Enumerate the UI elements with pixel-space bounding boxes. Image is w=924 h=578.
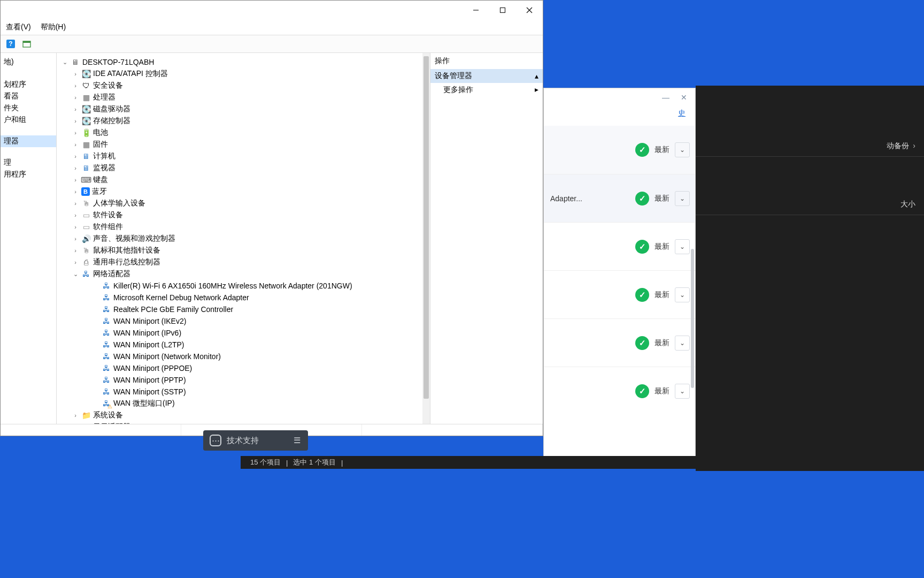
explorer-header-row[interactable]: 动备份 › xyxy=(696,136,924,157)
expand-icon[interactable]: › xyxy=(72,224,79,230)
expand-icon[interactable]: › xyxy=(72,130,79,136)
toolbar: ? xyxy=(1,35,543,53)
driver-dropdown[interactable]: ⌄ xyxy=(675,287,690,302)
expand-icon[interactable]: › xyxy=(72,412,79,419)
device-category[interactable]: ›🛡安全设备 xyxy=(72,80,422,92)
category-network-adapters[interactable]: ⌄ 🖧 网络适配器 xyxy=(72,268,422,280)
device-category[interactable]: ›💽存储控制器 xyxy=(72,115,422,127)
driver-row[interactable]: ✓最新⌄ xyxy=(544,270,695,318)
network-adapter-item[interactable]: 🖧WAN Miniport (PPTP) xyxy=(82,374,422,386)
actions-section-label: 设备管理器 xyxy=(435,71,472,81)
expand-icon[interactable]: › xyxy=(72,141,79,148)
expand-icon[interactable]: › xyxy=(72,165,79,171)
network-adapter-item[interactable]: 🖧WAN Miniport (IPv6) xyxy=(82,327,422,339)
more-actions[interactable]: 更多操作 ▸ xyxy=(430,83,543,97)
collapse-icon[interactable]: ⌄ xyxy=(72,271,79,278)
driver-dropdown[interactable]: ⌄ xyxy=(675,239,690,254)
status-ok-icon: ✓ xyxy=(635,192,649,206)
left-nav-item[interactable]: 划程序 xyxy=(1,79,56,90)
device-category[interactable]: ›⌨键盘 xyxy=(72,174,422,186)
driver-row[interactable]: ✓最新⌄ xyxy=(544,126,695,174)
expand-icon[interactable]: › xyxy=(72,235,79,242)
device-tree[interactable]: ⌄ 🖥 DESKTOP-71LQABH ›💽IDE ATA/ATAPI 控制器›… xyxy=(57,53,422,424)
driver-row[interactable]: Adapter...✓最新⌄ xyxy=(544,174,695,222)
size-column[interactable]: 大小 xyxy=(900,200,915,209)
device-category[interactable]: ›🖱鼠标和其他指针设备 xyxy=(72,245,422,256)
network-adapter-item[interactable]: 🖧Realtek PCIe GbE Family Controller xyxy=(82,303,422,315)
maximize-button[interactable] xyxy=(489,1,516,20)
network-adapter-item[interactable]: 🖧Killer(R) Wi-Fi 6 AX1650i 160MHz Wirele… xyxy=(82,280,422,292)
close-button[interactable]: ✕ xyxy=(676,89,692,105)
device-category[interactable]: ›💽IDE ATA/ATAPI 控制器 xyxy=(72,68,422,80)
show-hidden-icon[interactable] xyxy=(20,37,34,51)
left-nav-item[interactable]: 户和组 xyxy=(1,114,56,126)
explorer-column-header[interactable]: 大小 xyxy=(696,194,924,215)
expand-icon[interactable]: › xyxy=(72,94,79,101)
tech-support-button[interactable]: ⋯ 技术支持 ☰ xyxy=(203,430,308,451)
expand-icon[interactable]: › xyxy=(72,177,79,183)
expand-icon[interactable]: › xyxy=(72,153,79,159)
left-nav-item[interactable]: 用程序 xyxy=(1,169,56,180)
device-category[interactable]: ›🖥显示适配器 xyxy=(72,421,422,424)
network-adapter-item[interactable]: 🖧WAN Miniport (IKEv2) xyxy=(82,315,422,327)
device-category[interactable]: ›🔊声音、视频和游戏控制器 xyxy=(72,233,422,245)
expand-icon[interactable]: › xyxy=(72,212,79,218)
left-nav[interactable]: 地) 划程序 看器 件夹 户和组 理器 理 用程序 xyxy=(1,53,57,424)
expand-icon[interactable]: › xyxy=(72,247,79,254)
driver-list-scrollbar[interactable] xyxy=(691,249,694,388)
network-adapter-item[interactable]: 🖧WAN Miniport (SSTP) xyxy=(82,386,422,398)
actions-section[interactable]: 设备管理器 ▴ xyxy=(430,69,543,83)
device-category[interactable]: ›🖥监视器 xyxy=(72,162,422,174)
menu-help[interactable]: 帮助(H) xyxy=(41,22,66,32)
driver-dropdown[interactable]: ⌄ xyxy=(675,142,690,157)
expand-icon[interactable]: › xyxy=(72,118,79,124)
network-adapter-item-warning[interactable]: 🖧WAN 微型端口(IP) xyxy=(82,398,422,409)
device-category[interactable]: ›🖱人体学输入设备 xyxy=(72,197,422,209)
expand-icon[interactable]: › xyxy=(72,82,79,89)
history-link[interactable]: 史 xyxy=(544,109,695,118)
network-adapter-item[interactable]: 🖧Microsoft Kernel Debug Network Adapter xyxy=(82,292,422,303)
device-category[interactable]: ›🔋电池 xyxy=(72,127,422,139)
driver-row[interactable]: ✓最新⌄ xyxy=(544,318,695,367)
menu-icon[interactable]: ☰ xyxy=(294,436,302,445)
driver-dropdown[interactable]: ⌄ xyxy=(675,191,690,206)
menu-view[interactable]: 查看(V) xyxy=(6,22,31,32)
collapse-icon[interactable]: ⌄ xyxy=(61,59,68,66)
device-category[interactable]: ›▦处理器 xyxy=(72,92,422,103)
driver-dropdown[interactable]: ⌄ xyxy=(675,384,690,399)
expand-icon[interactable]: › xyxy=(72,188,79,195)
device-category[interactable]: ›⎙通用串行总线控制器 xyxy=(72,256,422,268)
device-category[interactable]: ›📁系统设备 xyxy=(72,409,422,421)
tree-scrollbar[interactable] xyxy=(422,53,430,424)
device-category[interactable]: ›B蓝牙 xyxy=(72,186,422,197)
expand-icon[interactable]: › xyxy=(72,259,79,265)
tree-root[interactable]: ⌄ 🖥 DESKTOP-71LQABH xyxy=(61,56,422,68)
left-nav-item[interactable]: 件夹 xyxy=(1,102,56,114)
expand-icon[interactable]: › xyxy=(72,71,79,77)
device-category[interactable]: ›▭软件设备 xyxy=(72,209,422,221)
driver-dropdown[interactable]: ⌄ xyxy=(675,336,690,351)
network-adapter-item[interactable]: 🖧WAN Miniport (Network Monitor) xyxy=(82,351,422,362)
svg-rect-1 xyxy=(500,8,505,13)
left-nav-item[interactable]: 理 xyxy=(1,157,56,169)
driver-list[interactable]: ✓最新⌄Adapter...✓最新⌄✓最新⌄✓最新⌄✓最新⌄✓最新⌄ xyxy=(544,126,695,462)
device-category[interactable]: ›▭软件组件 xyxy=(72,221,422,233)
left-nav-root[interactable]: 地) xyxy=(1,56,56,68)
minimize-button[interactable]: — xyxy=(658,89,674,105)
expand-icon[interactable]: › xyxy=(72,200,79,207)
expand-icon[interactable]: › xyxy=(72,106,79,112)
left-nav-selected[interactable]: 理器 xyxy=(1,135,56,147)
driver-row[interactable]: ✓最新⌄ xyxy=(544,367,695,415)
scrollbar-thumb[interactable] xyxy=(424,56,429,399)
driver-row[interactable]: ✓最新⌄ xyxy=(544,222,695,270)
network-adapter-item[interactable]: 🖧WAN Miniport (L2TP) xyxy=(82,339,422,351)
device-category[interactable]: ›🖥计算机 xyxy=(72,150,422,162)
close-button[interactable] xyxy=(516,1,543,20)
device-category[interactable]: ›▦固件 xyxy=(72,139,422,150)
minimize-button[interactable] xyxy=(463,1,489,20)
left-nav-item[interactable]: 看器 xyxy=(1,90,56,102)
device-category[interactable]: ›💽磁盘驱动器 xyxy=(72,103,422,115)
help-icon[interactable]: ? xyxy=(4,37,18,51)
network-adapter-item[interactable]: 🖧WAN Miniport (PPPOE) xyxy=(82,362,422,374)
collapse-icon[interactable]: ▴ xyxy=(535,72,538,80)
